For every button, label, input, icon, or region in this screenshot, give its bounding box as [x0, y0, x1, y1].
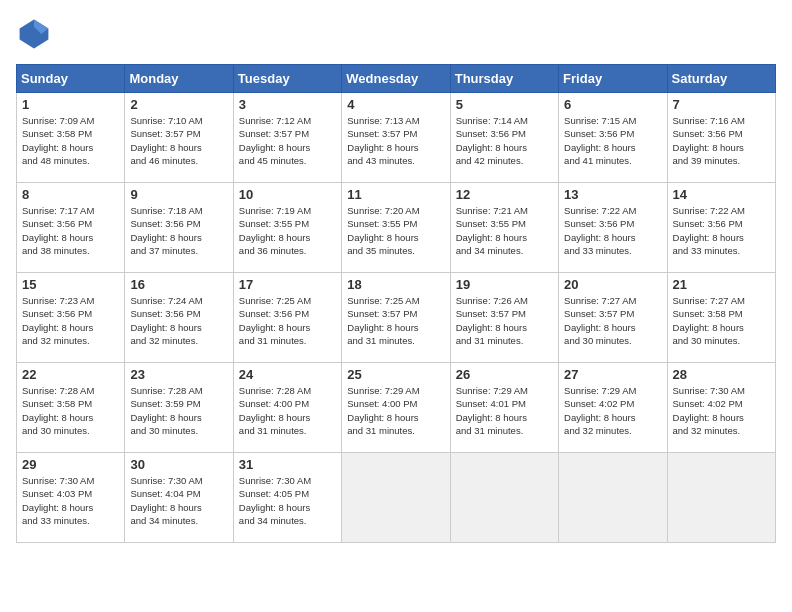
calendar-cell: 6Sunrise: 7:15 AMSunset: 3:56 PMDaylight… [559, 93, 667, 183]
calendar-cell: 29Sunrise: 7:30 AMSunset: 4:03 PMDayligh… [17, 453, 125, 543]
day-number: 12 [456, 187, 553, 202]
calendar-cell: 25Sunrise: 7:29 AMSunset: 4:00 PMDayligh… [342, 363, 450, 453]
cell-info: Sunrise: 7:19 AMSunset: 3:55 PMDaylight:… [239, 204, 336, 257]
cell-info: Sunrise: 7:18 AMSunset: 3:56 PMDaylight:… [130, 204, 227, 257]
calendar-cell [559, 453, 667, 543]
calendar-cell: 16Sunrise: 7:24 AMSunset: 3:56 PMDayligh… [125, 273, 233, 363]
day-number: 20 [564, 277, 661, 292]
calendar-cell [342, 453, 450, 543]
cell-info: Sunrise: 7:28 AMSunset: 3:59 PMDaylight:… [130, 384, 227, 437]
calendar-week-2: 8Sunrise: 7:17 AMSunset: 3:56 PMDaylight… [17, 183, 776, 273]
calendar-cell: 20Sunrise: 7:27 AMSunset: 3:57 PMDayligh… [559, 273, 667, 363]
cell-info: Sunrise: 7:25 AMSunset: 3:56 PMDaylight:… [239, 294, 336, 347]
day-number: 30 [130, 457, 227, 472]
day-number: 28 [673, 367, 770, 382]
day-number: 29 [22, 457, 119, 472]
calendar-cell: 27Sunrise: 7:29 AMSunset: 4:02 PMDayligh… [559, 363, 667, 453]
calendar-cell: 18Sunrise: 7:25 AMSunset: 3:57 PMDayligh… [342, 273, 450, 363]
cell-info: Sunrise: 7:14 AMSunset: 3:56 PMDaylight:… [456, 114, 553, 167]
cell-info: Sunrise: 7:30 AMSunset: 4:04 PMDaylight:… [130, 474, 227, 527]
cell-info: Sunrise: 7:30 AMSunset: 4:03 PMDaylight:… [22, 474, 119, 527]
cell-info: Sunrise: 7:16 AMSunset: 3:56 PMDaylight:… [673, 114, 770, 167]
calendar-cell: 4Sunrise: 7:13 AMSunset: 3:57 PMDaylight… [342, 93, 450, 183]
day-number: 21 [673, 277, 770, 292]
cell-info: Sunrise: 7:28 AMSunset: 4:00 PMDaylight:… [239, 384, 336, 437]
weekday-header-friday: Friday [559, 65, 667, 93]
day-number: 11 [347, 187, 444, 202]
weekday-header-monday: Monday [125, 65, 233, 93]
calendar-week-3: 15Sunrise: 7:23 AMSunset: 3:56 PMDayligh… [17, 273, 776, 363]
day-number: 22 [22, 367, 119, 382]
cell-info: Sunrise: 7:22 AMSunset: 3:56 PMDaylight:… [564, 204, 661, 257]
cell-info: Sunrise: 7:10 AMSunset: 3:57 PMDaylight:… [130, 114, 227, 167]
cell-info: Sunrise: 7:27 AMSunset: 3:58 PMDaylight:… [673, 294, 770, 347]
calendar-cell: 23Sunrise: 7:28 AMSunset: 3:59 PMDayligh… [125, 363, 233, 453]
day-number: 3 [239, 97, 336, 112]
cell-info: Sunrise: 7:20 AMSunset: 3:55 PMDaylight:… [347, 204, 444, 257]
cell-info: Sunrise: 7:24 AMSunset: 3:56 PMDaylight:… [130, 294, 227, 347]
page-header [16, 16, 776, 52]
day-number: 17 [239, 277, 336, 292]
day-number: 13 [564, 187, 661, 202]
calendar-week-1: 1Sunrise: 7:09 AMSunset: 3:58 PMDaylight… [17, 93, 776, 183]
cell-info: Sunrise: 7:21 AMSunset: 3:55 PMDaylight:… [456, 204, 553, 257]
day-number: 24 [239, 367, 336, 382]
calendar-cell: 17Sunrise: 7:25 AMSunset: 3:56 PMDayligh… [233, 273, 341, 363]
cell-info: Sunrise: 7:30 AMSunset: 4:05 PMDaylight:… [239, 474, 336, 527]
cell-info: Sunrise: 7:26 AMSunset: 3:57 PMDaylight:… [456, 294, 553, 347]
cell-info: Sunrise: 7:23 AMSunset: 3:56 PMDaylight:… [22, 294, 119, 347]
calendar-week-4: 22Sunrise: 7:28 AMSunset: 3:58 PMDayligh… [17, 363, 776, 453]
logo [16, 16, 56, 52]
day-number: 18 [347, 277, 444, 292]
calendar-table: SundayMondayTuesdayWednesdayThursdayFrid… [16, 64, 776, 543]
calendar-week-5: 29Sunrise: 7:30 AMSunset: 4:03 PMDayligh… [17, 453, 776, 543]
day-number: 26 [456, 367, 553, 382]
cell-info: Sunrise: 7:12 AMSunset: 3:57 PMDaylight:… [239, 114, 336, 167]
calendar-cell: 10Sunrise: 7:19 AMSunset: 3:55 PMDayligh… [233, 183, 341, 273]
cell-info: Sunrise: 7:28 AMSunset: 3:58 PMDaylight:… [22, 384, 119, 437]
cell-info: Sunrise: 7:27 AMSunset: 3:57 PMDaylight:… [564, 294, 661, 347]
cell-info: Sunrise: 7:09 AMSunset: 3:58 PMDaylight:… [22, 114, 119, 167]
cell-info: Sunrise: 7:13 AMSunset: 3:57 PMDaylight:… [347, 114, 444, 167]
calendar-cell [667, 453, 775, 543]
calendar-cell: 1Sunrise: 7:09 AMSunset: 3:58 PMDaylight… [17, 93, 125, 183]
day-number: 4 [347, 97, 444, 112]
cell-info: Sunrise: 7:29 AMSunset: 4:00 PMDaylight:… [347, 384, 444, 437]
cell-info: Sunrise: 7:30 AMSunset: 4:02 PMDaylight:… [673, 384, 770, 437]
cell-info: Sunrise: 7:17 AMSunset: 3:56 PMDaylight:… [22, 204, 119, 257]
calendar-cell: 2Sunrise: 7:10 AMSunset: 3:57 PMDaylight… [125, 93, 233, 183]
weekday-header-thursday: Thursday [450, 65, 558, 93]
weekday-header-tuesday: Tuesday [233, 65, 341, 93]
day-number: 23 [130, 367, 227, 382]
day-number: 10 [239, 187, 336, 202]
logo-icon [16, 16, 52, 52]
cell-info: Sunrise: 7:29 AMSunset: 4:02 PMDaylight:… [564, 384, 661, 437]
weekday-header-sunday: Sunday [17, 65, 125, 93]
day-number: 6 [564, 97, 661, 112]
day-number: 14 [673, 187, 770, 202]
calendar-cell: 22Sunrise: 7:28 AMSunset: 3:58 PMDayligh… [17, 363, 125, 453]
calendar-cell: 21Sunrise: 7:27 AMSunset: 3:58 PMDayligh… [667, 273, 775, 363]
day-number: 8 [22, 187, 119, 202]
weekday-header-saturday: Saturday [667, 65, 775, 93]
cell-info: Sunrise: 7:22 AMSunset: 3:56 PMDaylight:… [673, 204, 770, 257]
calendar-cell: 30Sunrise: 7:30 AMSunset: 4:04 PMDayligh… [125, 453, 233, 543]
day-number: 1 [22, 97, 119, 112]
day-number: 7 [673, 97, 770, 112]
day-number: 15 [22, 277, 119, 292]
calendar-cell: 13Sunrise: 7:22 AMSunset: 3:56 PMDayligh… [559, 183, 667, 273]
day-number: 25 [347, 367, 444, 382]
day-number: 31 [239, 457, 336, 472]
calendar-cell: 14Sunrise: 7:22 AMSunset: 3:56 PMDayligh… [667, 183, 775, 273]
day-number: 9 [130, 187, 227, 202]
calendar-cell: 9Sunrise: 7:18 AMSunset: 3:56 PMDaylight… [125, 183, 233, 273]
calendar-cell: 3Sunrise: 7:12 AMSunset: 3:57 PMDaylight… [233, 93, 341, 183]
day-number: 16 [130, 277, 227, 292]
calendar-cell: 11Sunrise: 7:20 AMSunset: 3:55 PMDayligh… [342, 183, 450, 273]
calendar-cell: 26Sunrise: 7:29 AMSunset: 4:01 PMDayligh… [450, 363, 558, 453]
day-number: 5 [456, 97, 553, 112]
day-number: 27 [564, 367, 661, 382]
calendar-cell: 7Sunrise: 7:16 AMSunset: 3:56 PMDaylight… [667, 93, 775, 183]
cell-info: Sunrise: 7:15 AMSunset: 3:56 PMDaylight:… [564, 114, 661, 167]
calendar-cell: 31Sunrise: 7:30 AMSunset: 4:05 PMDayligh… [233, 453, 341, 543]
